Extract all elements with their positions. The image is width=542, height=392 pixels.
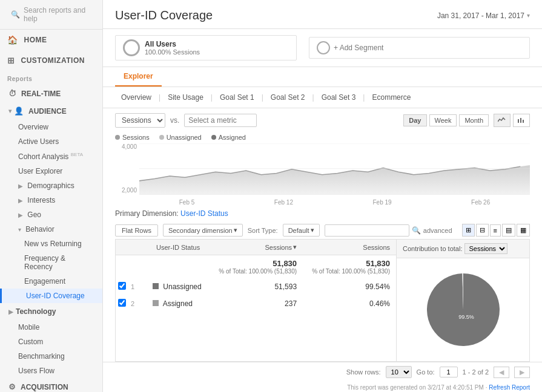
row1-checkbox[interactable] (118, 282, 126, 290)
sidebar-sub-engagement[interactable]: Engagement (0, 274, 102, 289)
metric-select[interactable]: Sessions (115, 113, 165, 128)
main-content: User-ID Coverage Jan 31, 2017 - Mar 1, 2… (103, 0, 542, 392)
next-page-button[interactable]: ▶ (514, 367, 530, 378)
row1-sessions-cell: 51,593 (210, 278, 303, 295)
sidebar-sub-frequency[interactable]: Frequency & Recency (0, 251, 102, 274)
row1-pct-cell: 99.54% (303, 278, 396, 295)
sidebar-item-customization[interactable]: ⊞ CUSTOMIZATION (0, 50, 102, 71)
total-sessions2-cell: 51,830 % of Total: 100.00% (51,830) (303, 255, 396, 279)
rows-per-page-select[interactable]: 10 (386, 366, 412, 378)
view-btn-comparison[interactable]: ≡ (490, 224, 501, 237)
sidebar-sub-benchmarking[interactable]: Benchmarking (0, 349, 102, 364)
chart-type-bar[interactable] (513, 114, 530, 127)
sidebar-sub-active-users[interactable]: Active Users (0, 134, 102, 149)
prev-page-button[interactable]: ◀ (494, 367, 509, 378)
vs-label: vs. (170, 116, 179, 125)
sidebar-item-acquisition[interactable]: ⚙ ACQUISITION (0, 378, 102, 392)
sidebar-item-technology[interactable]: ▶ Technology (0, 303, 102, 320)
row2-status-label[interactable]: Assigned (163, 299, 193, 308)
row1-status-label[interactable]: Unassigned (163, 283, 201, 291)
sub-tab-goal-set-3[interactable]: Goal Set 3 (316, 91, 362, 104)
primary-dim-value[interactable]: User-ID Status (180, 209, 228, 218)
advanced-link[interactable]: advanced (423, 227, 452, 234)
sub-tab-ecommerce[interactable]: Ecommerce (366, 91, 417, 104)
svg-marker-3 (139, 165, 530, 194)
sidebar-sub-userid-coverage[interactable]: User-ID Coverage (0, 289, 102, 303)
view-btn-pivot[interactable]: ⊟ (476, 224, 489, 237)
sidebar-sub-overview[interactable]: Overview (0, 120, 102, 134)
th-sessions-1[interactable]: Sessions ▾ (210, 240, 303, 255)
sidebar-sub-user-explorer[interactable]: User Explorer (0, 164, 102, 178)
total-sessions2-val: 51,830 (309, 259, 390, 268)
total-row: 51,830 % of Total: 100.00% (51,830) 51,8… (116, 255, 396, 279)
sidebar-sub-interests[interactable]: ▶ Interests (0, 193, 102, 207)
data-table-container: User-ID Status Sessions ▾ Sessions (116, 240, 396, 361)
expand-icon-behavior: ▾ (18, 226, 21, 233)
sub-tab-goal-set-2[interactable]: Goal Set 2 (265, 91, 311, 104)
chart-legend: Sessions Unassigned Assigned (103, 132, 542, 143)
reports-label: Reports (0, 71, 102, 85)
flat-rows-button[interactable]: Flat Rows (115, 224, 158, 237)
row1-checkbox-cell[interactable] (116, 278, 128, 295)
contribution-select[interactable]: Sessions (464, 243, 507, 254)
chart-type-line[interactable] (494, 114, 511, 127)
goto-input[interactable] (440, 367, 458, 377)
secondary-dimension-button[interactable]: Secondary dimension ▾ (163, 224, 243, 237)
legend-unassigned: Unassigned (159, 134, 202, 141)
table-search-icon[interactable]: 🔍 (412, 226, 421, 235)
th-sessions-1-label: Sessions (265, 244, 292, 251)
all-users-circle-icon (123, 39, 140, 56)
page-title: User-ID Coverage (115, 8, 213, 22)
row1-num-cell: 1 (128, 278, 147, 295)
default-sort-button[interactable]: Default ▾ (283, 224, 320, 237)
yaxis-mid: 2,000 (115, 187, 137, 194)
time-btn-day[interactable]: Day (403, 114, 426, 126)
report-generated-text: This report was generated on 3/2/17 at 4… (347, 384, 487, 391)
view-btn-data-bar[interactable]: ▦ (517, 224, 530, 237)
add-segment-button[interactable]: + Add Segment (309, 37, 530, 59)
sidebar-sub-geo[interactable]: ▶ Geo (0, 207, 102, 222)
sidebar-item-home[interactable]: 🏠 HOME (0, 30, 102, 50)
view-btn-table[interactable]: ⊞ (462, 224, 475, 237)
sidebar-sub-cohort[interactable]: Cohort Analysis BETA (0, 149, 102, 164)
table-search-input[interactable] (325, 224, 409, 237)
pie-label: 99.5% (458, 314, 474, 320)
total-label-cell (147, 255, 210, 279)
sidebar: 🔍 Search reports and help 🏠 HOME ⊞ CUSTO… (0, 0, 103, 392)
xaxis-feb5: Feb 5 (179, 199, 195, 206)
search-icon: 🔍 (11, 10, 20, 19)
sidebar-sub-mobile[interactable]: Mobile (0, 320, 102, 335)
row2-checkbox-cell[interactable] (116, 295, 128, 312)
time-btn-week[interactable]: Week (429, 114, 457, 126)
search-bar[interactable]: 🔍 Search reports and help (0, 0, 102, 30)
sub-tab-site-usage[interactable]: Site Usage (162, 91, 210, 104)
all-users-segment[interactable]: All Users 100.00% Sessions (115, 35, 297, 60)
xaxis-feb26: Feb 26 (471, 199, 490, 206)
th-sessions-2: Sessions (303, 240, 396, 255)
sidebar-sub-users-flow[interactable]: Users Flow (0, 364, 102, 378)
th-num (128, 240, 147, 255)
time-btn-month[interactable]: Month (459, 114, 489, 126)
row2-checkbox[interactable] (118, 299, 126, 307)
sidebar-sub-custom[interactable]: Custom (0, 335, 102, 349)
sidebar-item-audience[interactable]: ▾ 👤 AUDIENCE (0, 102, 102, 120)
tab-explorer[interactable]: Explorer (115, 67, 162, 87)
sub-tab-overview[interactable]: Overview (115, 91, 157, 104)
pie-unassigned-slice (427, 273, 500, 346)
sub-tab-goal-set-1[interactable]: Goal Set 1 (214, 91, 260, 104)
view-btn-term-cloud[interactable]: ▤ (502, 224, 515, 237)
refresh-report-link[interactable]: Refresh Report (489, 384, 530, 391)
date-range[interactable]: Jan 31, 2017 - Mar 1, 2017 ▾ (437, 11, 530, 20)
segment-name: All Users (145, 40, 200, 48)
sidebar-sub-demographics[interactable]: ▶ Demographics (0, 178, 102, 193)
primary-dim-label: Primary Dimension: (115, 209, 179, 218)
compare-metric-input[interactable] (184, 114, 257, 127)
expand-icon-interests: ▶ (18, 197, 23, 204)
sidebar-sub-behavior[interactable]: ▾ Behavior (0, 222, 102, 237)
sidebar-item-realtime[interactable]: ⏱ REAL-TIME (0, 85, 102, 102)
chart-svg (139, 143, 530, 198)
expand-icon-geo: ▶ (18, 212, 23, 218)
sidebar-sub-new-vs-returning[interactable]: New vs Returning (0, 237, 102, 251)
footer-bar: Show rows: 10 Go to: 1 - 2 of 2 ◀ ▶ (103, 362, 542, 382)
acquisition-label: ACQUISITION (21, 383, 68, 391)
